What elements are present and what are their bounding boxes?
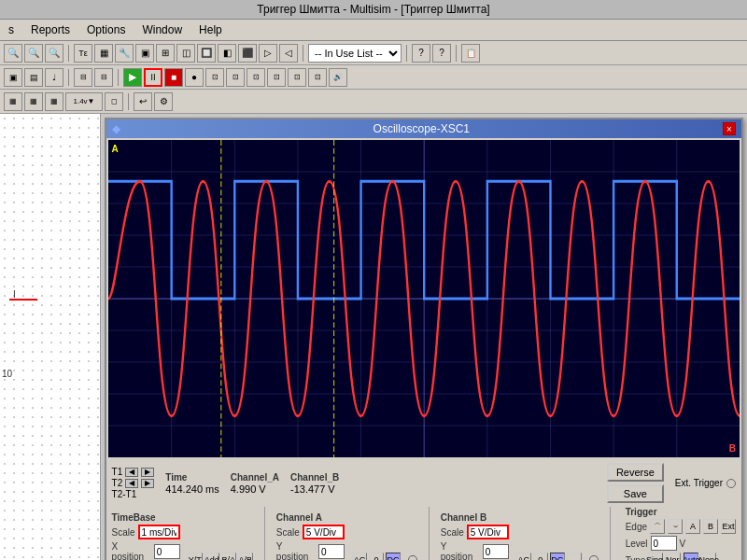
channel-b-ypos-row: Y position	[441, 541, 509, 560]
channel-a-section: Channel A Scale Y position	[276, 512, 345, 560]
trigger-edge-rise[interactable]: ⌒	[650, 519, 665, 534]
menu-help[interactable]: Help	[194, 21, 227, 38]
ab-button[interactable]: A/B	[238, 553, 253, 560]
trigger-level-input[interactable]	[651, 536, 677, 551]
trigger-edge-fall[interactable]: ⌣	[668, 519, 683, 534]
tb-r11[interactable]: ⊡	[308, 68, 327, 87]
channel-a-dc-button[interactable]: DC	[386, 553, 401, 560]
oscilloscope-title: Oscilloscope-XSC1	[374, 122, 470, 135]
t1-left-arrow[interactable]: ◀	[125, 468, 138, 477]
add-button[interactable]: Add	[204, 553, 219, 560]
channel-a-label: Channel_A	[231, 472, 279, 483]
tb-r4[interactable]: ⊟	[74, 68, 92, 87]
tb-help2[interactable]: ?	[432, 44, 451, 63]
ext-trigger-radio[interactable]	[726, 479, 736, 488]
channel-b-value: -13.477 V	[290, 483, 339, 495]
yt-button[interactable]: Y/T	[188, 553, 203, 560]
save-button[interactable]: Save	[607, 484, 664, 503]
menu-s[interactable]: s	[4, 21, 19, 38]
tb-s1[interactable]: ▦	[4, 92, 22, 111]
tb-r6[interactable]: ⊡	[205, 68, 224, 87]
channel-a-radio[interactable]	[408, 555, 417, 560]
channel-b-title: Channel B	[441, 512, 509, 523]
t2-left-arrow[interactable]: ◀	[125, 479, 138, 488]
menu-reports[interactable]: Reports	[26, 21, 75, 38]
tb-b7[interactable]: 🔲	[197, 44, 216, 63]
channel-a-zero-button[interactable]: 0	[369, 553, 384, 560]
tb-zoom-1[interactable]: 🔍	[24, 44, 43, 63]
channel-b-scale-input[interactable]	[467, 525, 509, 539]
tb-text[interactable]: Tε	[74, 44, 92, 63]
t2-right-arrow[interactable]: ▶	[141, 479, 154, 488]
pause-button[interactable]: ⏸	[144, 68, 162, 87]
t2-row: T2 ◀ ▶	[112, 478, 155, 488]
channel-a-scale-input[interactable]	[303, 525, 345, 539]
menu-window[interactable]: Window	[137, 21, 187, 38]
channel-a-modes: AC 0 DC	[352, 553, 401, 560]
timebase-xpos-input[interactable]	[154, 544, 180, 559]
tb-undo[interactable]: ↩	[134, 92, 152, 111]
tb-r1[interactable]: ▣	[4, 68, 22, 87]
tb-r10[interactable]: ⊡	[288, 68, 306, 87]
channel-b-scale-row: Scale	[441, 525, 509, 539]
tb-b4[interactable]: ▣	[135, 44, 154, 63]
ba-button[interactable]: B/A	[221, 553, 236, 560]
tb-zoom-2[interactable]: 🔍	[45, 44, 63, 63]
tb-r9[interactable]: ⊡	[267, 68, 286, 87]
stop-button[interactable]: ■	[164, 68, 183, 87]
channel-b-dc-button[interactable]: DC	[550, 553, 565, 560]
app-title: Триггер Шмитта - Multisim - [Триггер Шми…	[257, 3, 489, 16]
toolbar-row-2: ▣ ▤ ♩ ⊟ ⊟ ▶ ⏸ ■ ● ⊡ ⊡ ⊡ ⊡ ⊡ ⊡ 🔊	[0, 65, 747, 90]
tb-b3[interactable]: 🔧	[115, 44, 134, 63]
tb-b8[interactable]: ◧	[218, 44, 236, 63]
tb-b11[interactable]: ◁	[279, 44, 298, 63]
trigger-edge-a[interactable]: A	[685, 519, 700, 534]
channel-b-ypos-input[interactable]	[483, 544, 509, 559]
channel-b-radio[interactable]	[589, 555, 599, 560]
tb-r8[interactable]: ⊡	[247, 68, 265, 87]
channel-b-ac-button[interactable]: AC	[516, 553, 531, 560]
t1-right-arrow[interactable]: ▶	[141, 468, 154, 477]
tb-dot[interactable]: ●	[185, 68, 204, 87]
channel-a-scale-label: Scale	[276, 527, 300, 538]
tb-s3[interactable]: ▦	[45, 92, 63, 111]
tb-r5[interactable]: ⊟	[94, 68, 113, 87]
play-button[interactable]: ▶	[123, 68, 142, 87]
trigger-edge-ext[interactable]: Ext	[721, 519, 736, 534]
tb-r3[interactable]: ♩	[45, 68, 63, 87]
tb-ref[interactable]: 📋	[461, 44, 480, 63]
tb-b5[interactable]: ⊞	[156, 44, 175, 63]
tb-r2[interactable]: ▤	[24, 68, 43, 87]
in-use-list-dropdown[interactable]: -- In Use List --	[308, 44, 402, 63]
trigger-edge-b[interactable]: B	[703, 519, 718, 534]
tb-grid[interactable]: ▦	[94, 44, 113, 63]
tb-b9[interactable]: ⬛	[238, 44, 257, 63]
trigger-auto-button[interactable]: Auto	[684, 553, 698, 560]
reverse-button[interactable]: Reverse	[607, 463, 664, 482]
channel-a-ypos-input[interactable]	[318, 544, 345, 559]
tb-b6[interactable]: ◫	[176, 44, 195, 63]
tb-s4[interactable]: ◻	[105, 92, 123, 111]
tb-b10[interactable]: ▷	[259, 44, 277, 63]
channel-a-ac-button[interactable]: AC	[352, 553, 367, 560]
tb-settings[interactable]: ⚙	[154, 92, 173, 111]
tb-zoom-in[interactable]: 🔍	[4, 44, 22, 63]
tb-help1[interactable]: ?	[412, 44, 430, 63]
channel-b-dash-button[interactable]: -	[567, 553, 582, 560]
yt-row: Y/T Add B/A A/B	[188, 553, 253, 560]
vertical-divider-1	[264, 507, 265, 560]
tb-voltage-dropdown[interactable]: 1.4v▼	[65, 92, 103, 111]
oscilloscope-close-button[interactable]: ×	[723, 122, 736, 135]
trigger-none-button[interactable]: None	[701, 553, 716, 560]
tb-s2[interactable]: ▦	[24, 92, 43, 111]
tb-r7[interactable]: ⊡	[226, 68, 245, 87]
channel-b-zero-button[interactable]: 0	[533, 553, 548, 560]
trigger-nor-button[interactable]: Nor.	[666, 553, 681, 560]
menu-bar: s Reports Options Window Help	[0, 20, 747, 41]
menu-options[interactable]: Options	[82, 21, 130, 38]
trigger-level-row: Level V	[626, 536, 736, 551]
timebase-scale-input[interactable]	[138, 525, 180, 539]
tb-r12[interactable]: 🔊	[329, 68, 347, 87]
trigger-sing-button[interactable]: Sing.	[648, 553, 663, 560]
channel-b-ypos-label: Y position	[441, 541, 480, 560]
